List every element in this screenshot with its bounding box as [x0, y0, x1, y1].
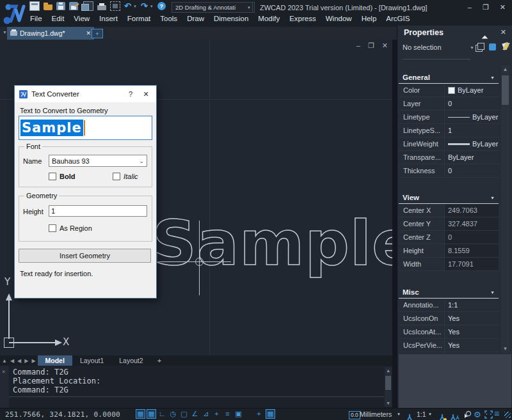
section-general[interactable]: General ▼: [399, 72, 499, 84]
menu-dimension[interactable]: Dimension: [212, 13, 250, 24]
tab-list-dropdown-icon[interactable]: ▼: [3, 30, 7, 35]
selection-combobox[interactable]: No selection ▼: [403, 43, 474, 51]
font-name-combobox[interactable]: Bauhaus 93 ⌄: [49, 155, 147, 167]
height-input[interactable]: 1: [49, 205, 147, 217]
collapse-icon[interactable]: ▼: [490, 196, 495, 200]
plot-preview-icon[interactable]: [110, 1, 120, 11]
command-close-icon[interactable]: ✕: [2, 368, 5, 375]
object-snap-tracking-icon[interactable]: ∠: [190, 409, 200, 419]
snap-mode-icon[interactable]: ▦: [136, 409, 145, 419]
section-view[interactable]: View ▼: [399, 192, 499, 204]
command-window[interactable]: ✕ Command: T2G Placement Location: Comma…: [0, 366, 392, 408]
prop-row-ucsiconat[interactable]: UcsIconAt... Yes: [399, 325, 499, 339]
lineweight-display-icon[interactable]: ≡: [223, 409, 232, 419]
print-icon[interactable]: [97, 5, 106, 10]
dialog-title-bar[interactable]: Text Converter ? ✕: [15, 86, 156, 102]
prop-row-ucsiconon[interactable]: UcsIconOn Yes: [399, 312, 499, 325]
annotation-scale-value[interactable]: 1:1: [417, 410, 426, 418]
italic-checkbox[interactable]: [113, 173, 120, 180]
prop-row-lineweight[interactable]: LineWeight ByLayer: [399, 137, 499, 151]
section-misc[interactable]: Misc ▼: [399, 286, 499, 299]
properties-scrollbar[interactable]: ▲ ▼: [501, 65, 509, 353]
new-drawing-icon[interactable]: [29, 1, 40, 11]
ortho-mode-icon[interactable]: ∟: [157, 409, 167, 419]
prop-row-centery[interactable]: Center Y 327.4837: [399, 217, 499, 231]
fullscreen-icon[interactable]: [484, 410, 493, 419]
dialog-help-button[interactable]: ?: [125, 90, 136, 98]
undo-dropdown-icon[interactable]: ▼: [133, 4, 137, 8]
table-cell-icon[interactable]: ▦: [266, 409, 275, 419]
last-layout-icon[interactable]: ▶: [31, 358, 35, 364]
scroll-up-icon[interactable]: ▲: [501, 65, 509, 74]
toggle-pickadd-button[interactable]: [501, 42, 512, 53]
quick-select-button[interactable]: [474, 42, 486, 53]
dynamic-ucs-icon[interactable]: ⊿: [201, 409, 211, 419]
scrollbar-thumb[interactable]: [385, 376, 391, 390]
redo-icon[interactable]: ↷: [141, 2, 148, 10]
menu-format[interactable]: Format: [126, 13, 152, 24]
prop-row-centerx[interactable]: Center X 249.7063: [399, 204, 499, 217]
scrollbar-thumb[interactable]: [502, 75, 509, 105]
select-objects-button[interactable]: [488, 42, 499, 53]
scale-dropdown-icon[interactable]: ▼: [428, 412, 432, 416]
tab-model[interactable]: Model: [38, 355, 72, 366]
first-layout-icon[interactable]: ◀: [10, 358, 14, 364]
text-input[interactable]: Sample: [19, 116, 152, 140]
precision-badge[interactable]: 0.0: [349, 411, 360, 419]
as-region-option[interactable]: As Region: [49, 224, 92, 232]
status-menu-icon[interactable]: ≡: [494, 409, 499, 419]
menu-arcgis[interactable]: ArcGIS: [385, 13, 411, 24]
prop-row-transparency[interactable]: Transpare... ByLayer: [399, 151, 499, 164]
minimize-button[interactable]: –: [468, 3, 472, 12]
prop-row-height[interactable]: Height 8.1559: [399, 244, 499, 258]
open-folder-icon[interactable]: [44, 4, 52, 10]
dialog-close-button[interactable]: ✕: [140, 90, 152, 98]
menu-window[interactable]: Window: [324, 13, 353, 24]
mdi-restore-button[interactable]: ❐: [368, 42, 374, 50]
menu-tools[interactable]: Tools: [159, 13, 179, 24]
menu-help[interactable]: Help: [360, 13, 378, 24]
scroll-up-icon[interactable]: ▲: [385, 367, 392, 374]
save-icon[interactable]: [56, 2, 65, 10]
insert-geometry-button[interactable]: Insert Geometry: [19, 249, 151, 263]
menu-edit[interactable]: Edit: [51, 13, 66, 24]
plot-style-icon[interactable]: [83, 1, 93, 11]
mdi-close-button[interactable]: ✕: [382, 42, 388, 50]
prop-row-color[interactable]: Color ByLayer: [399, 84, 499, 97]
mdi-minimize-button[interactable]: –: [356, 42, 360, 50]
menu-draw[interactable]: Draw: [186, 13, 205, 24]
annotation-scale-icon[interactable]: Y: [407, 410, 412, 420]
prop-row-thickness[interactable]: Thickness 0: [399, 164, 499, 178]
command-expand-icon[interactable]: ▲: [2, 358, 7, 364]
next-layout-icon[interactable]: ▶: [24, 358, 28, 364]
prop-row-layer[interactable]: Layer 0: [399, 97, 499, 111]
add-selected-icon[interactable]: +: [254, 409, 264, 419]
prop-row-annotation[interactable]: Annotatio... 1:1: [399, 299, 499, 312]
collapse-icon[interactable]: ▼: [490, 290, 495, 295]
dynamic-input-icon[interactable]: +: [212, 409, 221, 419]
undo-icon[interactable]: ↶: [124, 2, 131, 10]
grid-display-icon[interactable]: ▦: [147, 409, 156, 419]
object-snap-icon[interactable]: ▢: [179, 409, 189, 419]
tab-layout2[interactable]: Layout2: [111, 355, 150, 366]
menu-view[interactable]: View: [72, 13, 91, 24]
prop-row-width[interactable]: Width 17.7091: [399, 258, 499, 271]
properties-close-icon[interactable]: ✕: [500, 28, 506, 36]
collapse-icon[interactable]: ▼: [490, 75, 495, 80]
prop-row-linetype[interactable]: Linetype ByLayer: [399, 111, 499, 124]
annotation-visibility-icon[interactable]: Y: [440, 410, 445, 420]
save-as-icon[interactable]: [69, 2, 78, 10]
as-region-checkbox[interactable]: [49, 224, 56, 232]
italic-option[interactable]: Italic: [113, 173, 138, 180]
prop-row-linetypescale[interactable]: LinetypeS... 1: [399, 124, 499, 137]
cycle-select-icon[interactable]: ▣: [234, 409, 243, 419]
polar-tracking-icon[interactable]: ◷: [168, 409, 178, 419]
tab-close-icon[interactable]: ✕: [86, 30, 91, 36]
tab-drawing1[interactable]: Drawing1.dwg* ✕: [7, 27, 94, 40]
menu-modify[interactable]: Modify: [257, 13, 281, 24]
settings-gear-icon[interactable]: ⚙: [474, 410, 481, 419]
scroll-down-icon[interactable]: ▼: [501, 345, 509, 353]
units-label[interactable]: Millimeters: [360, 410, 392, 418]
redo-dropdown-icon[interactable]: ▼: [150, 4, 154, 8]
tab-layout1[interactable]: Layout1: [72, 355, 111, 366]
